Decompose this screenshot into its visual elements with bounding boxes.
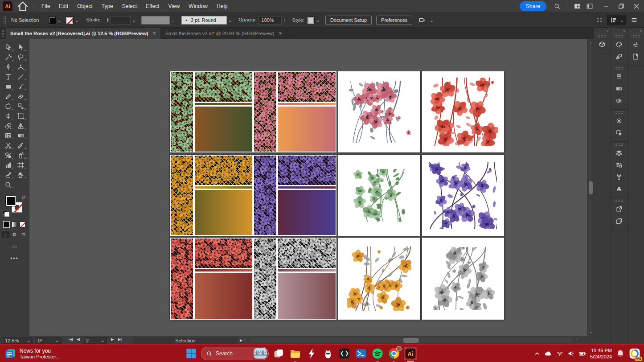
panel-group-grip[interactable] xyxy=(631,35,641,38)
collapse-panels-icon[interactable]: « xyxy=(594,28,611,33)
panel-layers-icon[interactable] xyxy=(611,147,628,159)
menu-view[interactable]: View xyxy=(164,0,185,12)
pattern-artboard-3[interactable] xyxy=(170,155,253,236)
rotate-tool[interactable] xyxy=(2,101,15,111)
taskbar-app-llama[interactable] xyxy=(321,347,335,360)
opacity-expand-icon[interactable]: › xyxy=(282,16,288,24)
draw-inside-icon[interactable]: ⊡ xyxy=(20,231,27,238)
tabbar-grip[interactable] xyxy=(1,29,4,37)
line-tool[interactable] xyxy=(15,72,27,82)
panel-color-icon[interactable] xyxy=(611,39,628,51)
floral-artboard-3[interactable] xyxy=(338,155,420,236)
menu-select[interactable]: Select xyxy=(118,0,141,12)
status-expand-icon[interactable]: ▶ xyxy=(238,337,244,344)
swap-fill-stroke-icon[interactable]: ⇄ xyxy=(22,195,25,200)
blend-tool[interactable] xyxy=(2,150,15,160)
scissors-tool[interactable] xyxy=(2,140,15,150)
scale-tool[interactable] xyxy=(15,101,27,111)
panel-export-icon[interactable] xyxy=(611,203,628,215)
scroll-left-icon[interactable]: ‹ xyxy=(244,337,246,341)
floral-artboard-2[interactable] xyxy=(422,71,504,152)
panel-gradient-panel-icon[interactable] xyxy=(611,83,628,95)
controlbar-grip[interactable] xyxy=(3,16,6,24)
panel-group-grip[interactable] xyxy=(614,35,624,38)
scroll-up-icon[interactable]: ⌃ xyxy=(588,41,594,47)
menu-edit[interactable]: Edit xyxy=(54,0,73,12)
mesh-tool[interactable] xyxy=(2,131,15,140)
canvas[interactable] xyxy=(29,39,587,336)
close-button[interactable] xyxy=(629,0,644,12)
isolate-selected-object-icon[interactable] xyxy=(416,14,428,26)
symbol-sprayer-tool[interactable] xyxy=(15,150,27,160)
arrange-documents-icon[interactable] xyxy=(583,0,596,12)
notification-bell-icon[interactable] xyxy=(616,349,625,358)
eraser-tool[interactable] xyxy=(15,91,27,101)
panel-cube-icon[interactable] xyxy=(594,39,611,51)
stroke-weight-dropdown-icon[interactable]: ⌄ xyxy=(131,16,137,24)
tray-volume-icon[interactable] xyxy=(567,350,574,357)
taskbar-app-explorer[interactable] xyxy=(288,347,302,360)
minimize-button[interactable] xyxy=(599,0,614,12)
direct-selection-tool[interactable] xyxy=(15,42,27,52)
pattern-artboard-4[interactable] xyxy=(253,155,336,236)
horizontal-scroll-thumb[interactable] xyxy=(403,338,419,343)
panel-group-grip[interactable] xyxy=(597,35,607,38)
lasso-tool[interactable] xyxy=(15,52,27,62)
artboard-dropdown-icon[interactable]: ⌄ xyxy=(100,337,105,345)
type-tool[interactable] xyxy=(2,72,15,82)
draw-behind-icon[interactable]: ⧉ xyxy=(11,231,18,238)
edit-toolbar-icon[interactable]: ••• xyxy=(10,255,19,262)
horizontal-scrollbar[interactable] xyxy=(250,337,573,343)
draw-normal-icon[interactable]: ◌ xyxy=(2,231,9,238)
taskbar-search-box[interactable] xyxy=(201,347,269,360)
screen-mode-icon[interactable]: ▭ xyxy=(12,243,16,249)
tab-close-icon[interactable]: × xyxy=(279,30,282,37)
taskbar-app-taskview[interactable] xyxy=(272,347,285,360)
taskbar-app-bolt[interactable] xyxy=(305,347,318,360)
panel-menu-icon[interactable] xyxy=(628,14,640,26)
taskbar-search-input[interactable] xyxy=(216,350,250,357)
workspace-switcher-icon[interactable] xyxy=(571,0,583,12)
pattern-artboard-6[interactable] xyxy=(253,238,336,320)
taskbar-app-spotify[interactable] xyxy=(371,347,384,360)
align-dropdown-icon[interactable]: ⌄ xyxy=(619,16,625,24)
style-dropdown-icon[interactable]: ⌄ xyxy=(315,16,321,24)
menu-window[interactable]: Window xyxy=(184,0,212,12)
panel-brushes-icon[interactable] xyxy=(611,171,628,183)
pattern-artboard-1[interactable] xyxy=(170,71,253,152)
tab-close-icon[interactable]: × xyxy=(153,30,156,37)
search-highlight-image[interactable] xyxy=(254,348,267,360)
color-button[interactable] xyxy=(4,222,9,227)
isolate-dropdown-icon[interactable]: ⌄ xyxy=(428,16,435,24)
rotation-select[interactable]: 0°⌄ xyxy=(36,337,62,344)
last-artboard-icon[interactable]: ▶| xyxy=(116,337,124,341)
tray-wifi-icon[interactable] xyxy=(556,350,563,357)
style-swatch[interactable] xyxy=(307,16,315,24)
opacity-value[interactable]: 100% xyxy=(258,16,282,25)
panel-transparency-icon[interactable] xyxy=(611,95,628,107)
zoom-tool[interactable] xyxy=(2,180,15,189)
panel-asset-export-icon[interactable] xyxy=(611,215,628,227)
curvature-tool[interactable] xyxy=(15,62,27,72)
menu-help[interactable]: Help xyxy=(212,0,232,12)
artboard-navigation-select[interactable]: 2⌄ xyxy=(84,337,107,344)
floral-artboard-6[interactable] xyxy=(422,238,504,320)
panel-group-grip[interactable] xyxy=(614,67,624,70)
brush-definition[interactable]: • 3 pt. Round xyxy=(181,16,227,25)
opacity-label[interactable]: Opacity: xyxy=(238,17,256,23)
prev-artboard-icon[interactable]: ◀ xyxy=(74,337,82,341)
stroke-weight-stepper[interactable]: ▲▼ xyxy=(105,16,110,24)
tray-cloud-icon[interactable] xyxy=(544,350,552,358)
gradient-tool[interactable] xyxy=(15,131,27,140)
vertical-scroll-thumb[interactable] xyxy=(589,181,593,194)
taskbar-app-powershell[interactable] xyxy=(354,347,368,360)
stroke-color-dropdown-icon[interactable]: ⌄ xyxy=(74,16,80,24)
zoom-dropdown-icon[interactable]: ⌄ xyxy=(26,337,31,345)
none-button[interactable] xyxy=(20,222,25,227)
scroll-right-icon[interactable]: › xyxy=(576,337,578,341)
floral-artboard-1[interactable] xyxy=(338,71,420,152)
panel-libraries-icon[interactable] xyxy=(628,51,644,63)
menu-type[interactable]: Type xyxy=(97,0,118,12)
taskbar-app-chrome[interactable] xyxy=(387,347,401,360)
zoom-level-select[interactable]: 12.5%⌄ xyxy=(3,337,33,344)
